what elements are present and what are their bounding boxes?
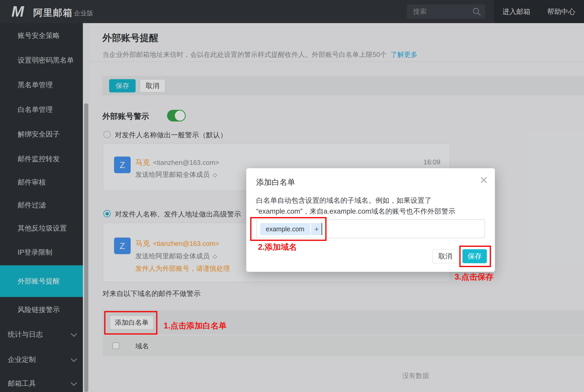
dialog-description-line2: “example.com”，来自a.example.com域名的账号也不作外部警…: [256, 207, 455, 216]
annotation-label-step1: 1.点击添加白名单: [164, 320, 227, 331]
annotation-label-step3: 3.点击保存: [455, 272, 494, 282]
dialog-title: 添加白名单: [256, 177, 295, 188]
dialog-description-line1: 白名单自动包含设置的域名的子域名。例如，如果设置了: [256, 196, 432, 205]
annotation-label-step2: 2.添加域名: [258, 242, 297, 253]
close-icon[interactable]: ✕: [479, 175, 488, 185]
annotation-box-step2: [250, 217, 327, 241]
app-window: M 阿里邮箱 企业版 进入邮箱 帮助中心 账号安全策略 设置弱密码黑名单 黑名单…: [0, 0, 584, 392]
dialog-cancel-button[interactable]: 取消: [432, 249, 458, 263]
annotation-box-step3: [459, 246, 491, 267]
annotation-box-step1: [104, 311, 157, 335]
